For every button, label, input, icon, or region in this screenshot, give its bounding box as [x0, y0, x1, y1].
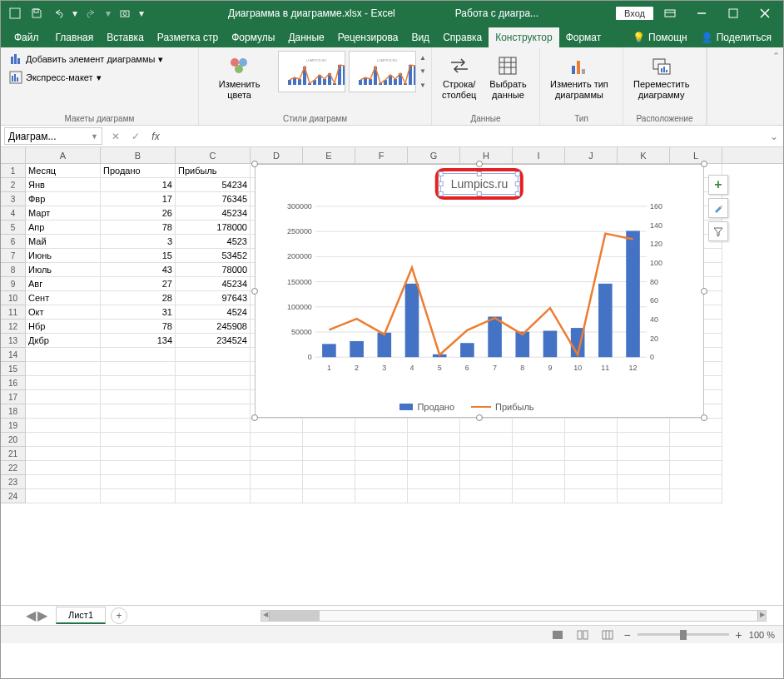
chevron-down-icon[interactable]: ▼	[91, 132, 98, 141]
cell[interactable]	[26, 461, 101, 475]
cell[interactable]: 26	[101, 206, 176, 221]
chart-title[interactable]: Lumpics.ru	[440, 173, 519, 195]
cell[interactable]	[513, 447, 565, 461]
column-header[interactable]: E	[303, 147, 355, 163]
cell[interactable]	[303, 489, 355, 503]
cell[interactable]: Месяц	[26, 164, 101, 178]
cell[interactable]	[176, 376, 251, 390]
cell[interactable]: Прибыль	[176, 164, 251, 178]
redo-dropdown-icon[interactable]: ▾	[104, 4, 112, 22]
sheet-tab-1[interactable]: Лист1	[56, 607, 106, 624]
zoom-level[interactable]: 100 %	[749, 630, 775, 640]
add-chart-element-button[interactable]: Добавить элемент диаграммы▾	[6, 51, 166, 67]
row-header[interactable]: 1	[1, 164, 25, 178]
cell[interactable]	[101, 404, 176, 419]
cell[interactable]	[513, 433, 565, 447]
cell[interactable]	[565, 433, 618, 447]
qat-customize-icon[interactable]: ▾	[137, 4, 146, 22]
chart-object[interactable]: Lumpics.ru 05000010000015000020000025000…	[255, 164, 704, 418]
fx-icon[interactable]: fx	[146, 127, 166, 145]
column-header[interactable]: L	[670, 147, 722, 163]
cell[interactable]	[176, 475, 251, 489]
chart-handle[interactable]	[476, 414, 483, 421]
cell[interactable]	[670, 433, 722, 447]
login-button[interactable]: Вход	[616, 7, 653, 20]
quick-layout-button[interactable]: Экспресс-макет▾	[6, 69, 105, 86]
tell-me-button[interactable]: 💡Помощн	[628, 27, 692, 47]
maximize-icon[interactable]	[718, 1, 748, 26]
chart-style-2[interactable]: LUMPICS.RU	[349, 51, 416, 92]
cell[interactable]	[355, 433, 408, 447]
cell[interactable]	[618, 419, 670, 433]
row-header[interactable]: 3	[1, 192, 25, 206]
cell[interactable]	[408, 489, 460, 503]
row-header[interactable]: 23	[1, 475, 25, 489]
cell[interactable]	[101, 447, 176, 461]
cell[interactable]	[251, 419, 303, 433]
cell[interactable]	[513, 489, 565, 503]
undo-dropdown-icon[interactable]: ▾	[71, 4, 79, 22]
tab-home[interactable]: Главная	[49, 27, 101, 47]
share-button[interactable]: 👤Поделиться	[696, 27, 777, 47]
cell[interactable]: Окт	[26, 305, 101, 320]
cell[interactable]	[251, 433, 303, 447]
row-header[interactable]: 22	[1, 461, 25, 475]
cell[interactable]: 28	[101, 291, 176, 305]
chart-handle[interactable]	[251, 414, 258, 421]
cell[interactable]	[513, 419, 565, 433]
cell[interactable]: 54234	[176, 178, 251, 192]
row-header[interactable]: 14	[1, 348, 25, 362]
cell[interactable]	[101, 461, 176, 475]
cell[interactable]: Янв	[26, 178, 101, 192]
cell[interactable]	[101, 475, 176, 489]
zoom-out-button[interactable]: −	[623, 628, 630, 642]
row-header[interactable]: 10	[1, 291, 25, 305]
cell[interactable]	[355, 475, 408, 489]
cell[interactable]: Март	[26, 206, 101, 221]
cell[interactable]: 134	[101, 334, 176, 348]
select-data-button[interactable]: Выбрать данные	[484, 51, 531, 102]
cell[interactable]	[408, 447, 460, 461]
cell[interactable]	[460, 433, 513, 447]
cell[interactable]	[408, 461, 460, 475]
tab-design[interactable]: Конструктор	[489, 27, 558, 47]
tab-insert[interactable]: Вставка	[100, 27, 151, 47]
column-header[interactable]: D	[251, 147, 303, 163]
formula-input[interactable]	[166, 127, 765, 145]
cell[interactable]	[26, 348, 101, 362]
view-page-layout-icon[interactable]	[573, 627, 592, 642]
cell[interactable]	[460, 475, 513, 489]
cell[interactable]	[355, 447, 408, 461]
row-header[interactable]: 6	[1, 235, 25, 249]
cell[interactable]	[303, 447, 355, 461]
cell[interactable]	[26, 433, 101, 447]
tab-format[interactable]: Формат	[559, 27, 608, 47]
change-chart-type-button[interactable]: Изменить тип диаграммы	[545, 51, 613, 102]
tab-help[interactable]: Справка	[436, 27, 489, 47]
cell[interactable]	[618, 461, 670, 475]
row-header[interactable]: 9	[1, 277, 25, 291]
collapse-ribbon-icon[interactable]: ⌃	[772, 51, 780, 62]
zoom-slider[interactable]	[638, 633, 729, 636]
cell[interactable]: Продано	[101, 164, 176, 178]
tab-file[interactable]: Файл	[4, 27, 49, 47]
cell[interactable]	[26, 362, 101, 376]
row-header[interactable]: 2	[1, 178, 25, 192]
cell[interactable]	[176, 348, 251, 362]
row-header[interactable]: 18	[1, 404, 25, 419]
cell[interactable]: 78	[101, 221, 176, 235]
column-header[interactable]: K	[618, 147, 670, 163]
cell[interactable]: 14	[101, 178, 176, 192]
column-header[interactable]: C	[176, 147, 251, 163]
cell[interactable]	[101, 376, 176, 390]
chart-handle[interactable]	[701, 414, 707, 421]
cell[interactable]: Дкбр	[26, 334, 101, 348]
cell[interactable]	[101, 419, 176, 433]
cell[interactable]	[176, 404, 251, 419]
cell[interactable]	[408, 419, 460, 433]
cell[interactable]	[251, 489, 303, 503]
cell[interactable]: Апр	[26, 221, 101, 235]
row-header[interactable]: 4	[1, 206, 25, 221]
cell[interactable]: 178000	[176, 221, 251, 235]
cell[interactable]: 45234	[176, 277, 251, 291]
